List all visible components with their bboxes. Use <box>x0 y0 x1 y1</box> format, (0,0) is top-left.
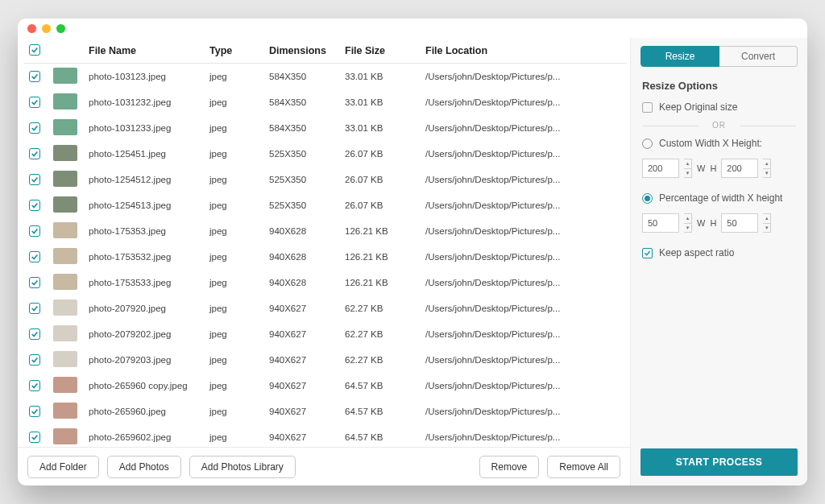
percent-height-input[interactable]: 50 <box>721 213 758 233</box>
table-row[interactable]: photo-103123.jpegjpeg584X35033.01 KB/Use… <box>24 64 627 90</box>
custom-width-input[interactable]: 200 <box>642 159 679 178</box>
percent-width-input[interactable]: 50 <box>642 213 679 233</box>
tab-convert[interactable]: Convert <box>719 46 798 67</box>
add-library-button[interactable]: Add Photos Library <box>189 456 296 478</box>
cell-dimensions: 525X350 <box>264 141 340 167</box>
cell-location: /Users/john/Desktop/Pictures/p... <box>421 89 627 115</box>
cell-size: 126.21 KB <box>340 270 421 295</box>
add-folder-button[interactable]: Add Folder <box>27 456 99 478</box>
table-row[interactable]: photo-265960 copy.jpegjpeg940X62764.57 K… <box>24 373 627 399</box>
thumbnail-icon <box>53 325 77 341</box>
cell-size: 62.27 KB <box>340 347 421 373</box>
custom-width-stepper[interactable]: ▲▼ <box>684 159 692 178</box>
keep-aspect-checkbox[interactable] <box>642 248 653 258</box>
keep-original-checkbox[interactable] <box>642 102 653 113</box>
titlebar <box>18 19 807 38</box>
close-icon[interactable] <box>27 24 36 33</box>
cell-filename: photo-1254512.jpeg <box>84 167 205 192</box>
custom-height-stepper[interactable]: ▲▼ <box>763 159 771 178</box>
row-checkbox[interactable] <box>29 380 40 391</box>
table-row[interactable]: photo-2079203.jpegjpeg940X62762.27 KB/Us… <box>24 347 627 373</box>
cell-type: jpeg <box>205 244 264 270</box>
add-photos-button[interactable]: Add Photos <box>107 456 181 478</box>
thumbnail-icon <box>53 274 77 290</box>
thumbnail-icon <box>53 171 77 187</box>
row-checkbox[interactable] <box>29 200 40 211</box>
column-header-dimensions[interactable]: Dimensions <box>264 38 340 64</box>
cell-location: /Users/john/Desktop/Pictures/p... <box>421 347 627 373</box>
percent-height-stepper[interactable]: ▲▼ <box>763 213 771 233</box>
column-header-location[interactable]: File Location <box>421 38 627 64</box>
cell-size: 33.01 KB <box>340 89 421 115</box>
tab-resize[interactable]: Resize <box>641 46 719 67</box>
column-header-size[interactable]: File Size <box>340 38 421 64</box>
select-all-checkbox[interactable] <box>29 44 40 56</box>
row-checkbox[interactable] <box>29 71 40 82</box>
row-checkbox[interactable] <box>29 432 40 443</box>
cell-filename: photo-1753533.jpeg <box>84 270 205 295</box>
row-checkbox[interactable] <box>29 122 40 134</box>
row-checkbox[interactable] <box>29 277 40 288</box>
h-label: H <box>710 163 716 173</box>
row-checkbox[interactable] <box>29 303 40 314</box>
resize-options-title: Resize Options <box>631 72 807 95</box>
table-row[interactable]: photo-265960.jpegjpeg940X62764.57 KB/Use… <box>24 399 627 424</box>
table-row[interactable]: photo-1254513.jpegjpeg525X35026.07 KB/Us… <box>24 192 627 218</box>
thumbnail-icon <box>53 222 77 238</box>
custom-wh-label: Custom Width X Height: <box>659 138 762 149</box>
row-checkbox[interactable] <box>29 225 40 237</box>
table-row[interactable]: photo-2659602.jpegjpeg940X62764.57 KB/Us… <box>24 424 627 447</box>
table-row[interactable]: photo-1031232.jpegjpeg584X35033.01 KB/Us… <box>24 89 627 115</box>
remove-button[interactable]: Remove <box>479 456 540 478</box>
column-header-name[interactable]: File Name <box>84 38 205 64</box>
keep-aspect-label: Keep aspect ratio <box>659 247 734 258</box>
remove-all-button[interactable]: Remove All <box>547 456 620 478</box>
cell-dimensions: 940X628 <box>264 270 340 295</box>
minimize-icon[interactable] <box>42 24 51 33</box>
percent-width-stepper[interactable]: ▲▼ <box>684 213 692 233</box>
row-checkbox[interactable] <box>29 406 40 417</box>
cell-location: /Users/john/Desktop/Pictures/p... <box>421 295 627 321</box>
table-row[interactable]: photo-2079202.jpegjpeg940X62762.27 KB/Us… <box>24 321 627 347</box>
custom-wh-radio[interactable] <box>642 138 653 149</box>
start-process-button[interactable]: START PROCESS <box>641 448 798 476</box>
row-checkbox[interactable] <box>29 97 40 108</box>
cell-size: 64.57 KB <box>340 399 421 424</box>
thumbnail-icon <box>53 248 77 264</box>
table-row[interactable]: photo-175353.jpegjpeg940X628126.21 KB/Us… <box>24 218 627 244</box>
row-checkbox[interactable] <box>29 251 40 262</box>
row-checkbox[interactable] <box>29 328 40 340</box>
percentage-label: Percentage of width X height <box>659 192 782 204</box>
cell-location: /Users/john/Desktop/Pictures/p... <box>421 115 627 141</box>
cell-type: jpeg <box>205 192 264 218</box>
maximize-icon[interactable] <box>56 24 65 33</box>
cell-dimensions: 940X628 <box>264 218 340 244</box>
table-row[interactable]: photo-125451.jpegjpeg525X35026.07 KB/Use… <box>24 141 627 167</box>
custom-height-input[interactable]: 200 <box>721 159 758 178</box>
cell-type: jpeg <box>205 270 264 295</box>
file-table: File Name Type Dimensions File Size File… <box>24 38 627 447</box>
cell-type: jpeg <box>205 347 264 373</box>
row-checkbox[interactable] <box>29 148 40 159</box>
cell-location: /Users/john/Desktop/Pictures/p... <box>421 321 627 347</box>
table-row[interactable]: photo-1031233.jpegjpeg584X35033.01 KB/Us… <box>24 115 627 141</box>
table-row[interactable]: photo-1753532.jpegjpeg940X628126.21 KB/U… <box>24 244 627 270</box>
table-row[interactable]: photo-1254512.jpegjpeg525X35026.07 KB/Us… <box>24 167 627 192</box>
cell-size: 33.01 KB <box>340 64 421 90</box>
table-row[interactable]: photo-1753533.jpegjpeg940X628126.21 KB/U… <box>24 270 627 295</box>
h-label-2: H <box>710 218 716 228</box>
cell-size: 26.07 KB <box>340 167 421 192</box>
percentage-radio[interactable] <box>642 193 653 204</box>
cell-filename: photo-1254513.jpeg <box>84 192 205 218</box>
table-row[interactable]: photo-207920.jpegjpeg940X62762.27 KB/Use… <box>24 295 627 321</box>
row-checkbox[interactable] <box>29 354 40 366</box>
row-checkbox[interactable] <box>29 174 40 185</box>
cell-type: jpeg <box>205 64 264 90</box>
w-label: W <box>697 163 705 173</box>
cell-location: /Users/john/Desktop/Pictures/p... <box>421 270 627 295</box>
column-header-type[interactable]: Type <box>205 38 264 64</box>
cell-dimensions: 525X350 <box>264 192 340 218</box>
cell-size: 126.21 KB <box>340 218 421 244</box>
file-list-panel: File Name Type Dimensions File Size File… <box>18 38 630 485</box>
cell-dimensions: 940X627 <box>264 321 340 347</box>
